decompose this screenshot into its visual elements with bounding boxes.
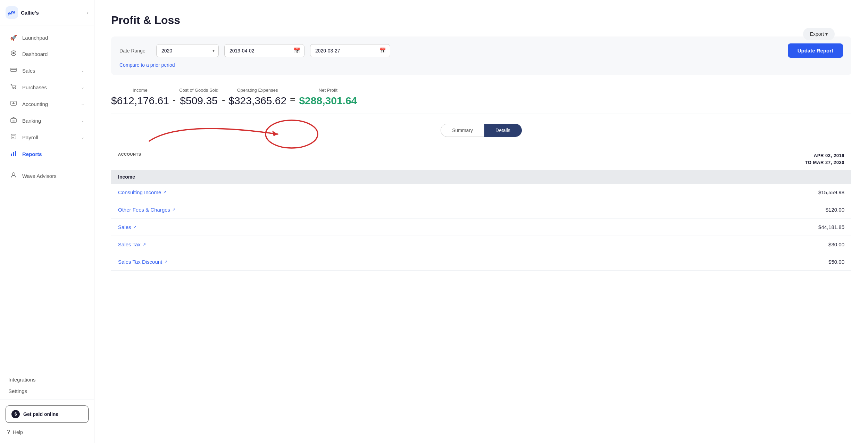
wave-logo-icon: [6, 6, 18, 19]
filter-bar: Date Range 2020 📅 📅 Update Report Compar…: [111, 36, 851, 75]
external-link-icon: ↗: [163, 190, 166, 195]
accounts-table: ACCOUNTS Apr 02, 2019 to Mar 27, 2020 In…: [111, 148, 851, 271]
table-row: Sales Tax ↗ $30.00: [111, 236, 851, 253]
chevron-down-icon: ⌄: [81, 68, 84, 73]
summary-cogs: Cost of Goods Sold $509.35: [179, 88, 218, 107]
cogs-label: Cost of Goods Sold: [179, 88, 218, 93]
minus-operator-2: -: [222, 94, 225, 107]
svg-point-5: [13, 88, 14, 89]
chevron-down-icon: ⌄: [81, 118, 84, 123]
export-button[interactable]: Export ▾: [803, 28, 835, 40]
sidebar-item-dashboard[interactable]: Dashboard: [3, 46, 91, 62]
summary-income: Income $612,176.61: [111, 88, 169, 107]
sidebar-item-accounting[interactable]: Accounting ⌄: [3, 96, 91, 112]
date-range-display: Apr 02, 2019 to Mar 27, 2020: [805, 152, 844, 166]
table-row: Consulting Income ↗ $15,559.98: [111, 184, 851, 201]
compare-link[interactable]: Compare to a prior period: [119, 62, 175, 68]
sidebar-logo[interactable]: Callie's: [6, 6, 39, 19]
sidebar-chevron-icon: ›: [87, 10, 89, 15]
table-row: Sales ↗ $44,181.85: [111, 219, 851, 236]
sidebar-item-label: Banking: [22, 118, 41, 124]
sales-tax-discount-link[interactable]: Sales Tax Discount ↗: [118, 259, 167, 265]
help-link[interactable]: ? Help: [6, 427, 89, 437]
date-start-wrapper: 📅: [224, 44, 304, 57]
date-end-input[interactable]: [310, 44, 390, 57]
minus-operator: -: [173, 94, 176, 107]
sales-tax-discount-label: Sales Tax Discount: [118, 259, 162, 265]
sidebar-header: Callie's ›: [0, 0, 94, 25]
date-end-wrapper: 📅: [310, 44, 390, 57]
filter-row: Date Range 2020 📅 📅 Update Report: [119, 43, 843, 58]
consulting-income-link[interactable]: Consulting Income ↗: [118, 189, 166, 195]
sales-amount: $44,181.85: [818, 224, 844, 230]
sidebar-item-purchases[interactable]: Purchases ⌄: [3, 79, 91, 95]
sidebar-nav: 🚀 Launchpad Dashboard Sales ⌄ Purchases …: [0, 25, 94, 365]
view-tabs: Summary Details: [441, 124, 522, 137]
bottom-divider: [6, 368, 89, 368]
sidebar-item-launchpad[interactable]: 🚀 Launchpad: [3, 30, 91, 45]
income-section-header: Income: [111, 170, 851, 184]
net-value: $288,301.64: [299, 95, 357, 107]
sidebar-item-label: Payroll: [22, 134, 38, 140]
sidebar-item-label: Purchases: [22, 84, 47, 90]
sales-link[interactable]: Sales ↗: [118, 224, 136, 230]
sidebar-item-label: Launchpad: [22, 35, 48, 41]
external-link-icon: ↗: [143, 242, 146, 247]
sidebar-item-label: Sales: [22, 68, 35, 74]
sidebar-item-sales[interactable]: Sales ⌄: [3, 63, 91, 79]
other-fees-label: Other Fees & Charges: [118, 207, 170, 213]
dashboard-icon: [10, 50, 17, 58]
compare-link-row: Compare to a prior period: [119, 62, 843, 68]
reports-icon: [10, 150, 17, 158]
income-section-label: Income: [118, 174, 135, 180]
svg-rect-12: [11, 134, 16, 139]
sidebar-item-label: Accounting: [22, 101, 48, 107]
date-range-line1: Apr 02, 2019: [805, 152, 844, 159]
svg-rect-3: [11, 68, 16, 72]
chevron-down-icon: ⌄: [81, 135, 84, 140]
other-fees-link[interactable]: Other Fees & Charges ↗: [118, 207, 175, 213]
svg-rect-17: [15, 151, 16, 156]
sidebar-item-label: Dashboard: [22, 51, 48, 57]
sidebar-item-banking[interactable]: Banking ⌄: [3, 113, 91, 129]
sidebar-item-payroll[interactable]: Payroll ⌄: [3, 129, 91, 145]
chevron-down-icon: ⌄: [81, 101, 84, 106]
date-range-select[interactable]: 2020: [156, 44, 219, 57]
tab-details[interactable]: Details: [484, 124, 522, 137]
page-header: Profit & Loss Export ▾: [111, 14, 851, 27]
banking-icon: [10, 117, 17, 124]
sidebar-divider: [6, 165, 89, 165]
sidebar-bottom: $ Get paid online ? Help: [0, 400, 94, 443]
opex-value: $323,365.62: [228, 95, 286, 107]
sidebar-item-label: Wave Advisors: [22, 173, 57, 179]
summary-opex: Operating Expenses $323,365.62: [228, 88, 286, 107]
launchpad-icon: 🚀: [10, 34, 17, 41]
other-fees-amount: $120.00: [826, 207, 844, 213]
net-label: Net Profit: [319, 88, 337, 93]
svg-rect-11: [12, 120, 15, 122]
income-label: Income: [133, 88, 148, 93]
get-paid-icon: $: [11, 410, 20, 418]
sidebar-item-settings[interactable]: Settings: [7, 385, 87, 397]
summary-net: Net Profit $288,301.64: [299, 88, 357, 107]
sidebar-item-integrations[interactable]: Integrations: [7, 374, 87, 385]
accounting-icon: [10, 100, 17, 108]
update-report-button[interactable]: Update Report: [788, 43, 843, 58]
accounts-column-header: ACCOUNTS: [118, 152, 141, 156]
svg-point-20: [266, 120, 318, 148]
wave-advisors-icon: [10, 172, 17, 180]
tab-summary[interactable]: Summary: [441, 124, 484, 137]
svg-rect-16: [13, 152, 14, 156]
integrations-label: Integrations: [8, 377, 35, 383]
date-range-select-wrapper: 2020: [156, 44, 219, 57]
help-circle-icon: ?: [7, 429, 10, 435]
chevron-down-icon: ⌄: [81, 85, 84, 90]
sales-tax-link[interactable]: Sales Tax ↗: [118, 241, 146, 247]
sidebar-item-wave-advisors[interactable]: Wave Advisors: [3, 168, 91, 184]
date-start-input[interactable]: [224, 44, 304, 57]
external-link-icon: ↗: [172, 207, 175, 212]
sales-tax-amount: $30.00: [828, 241, 844, 247]
get-paid-button[interactable]: $ Get paid online: [6, 405, 89, 423]
main-content: Profit & Loss Export ▾ Date Range 2020 📅…: [94, 0, 868, 443]
sidebar-item-reports[interactable]: Reports: [3, 146, 91, 162]
